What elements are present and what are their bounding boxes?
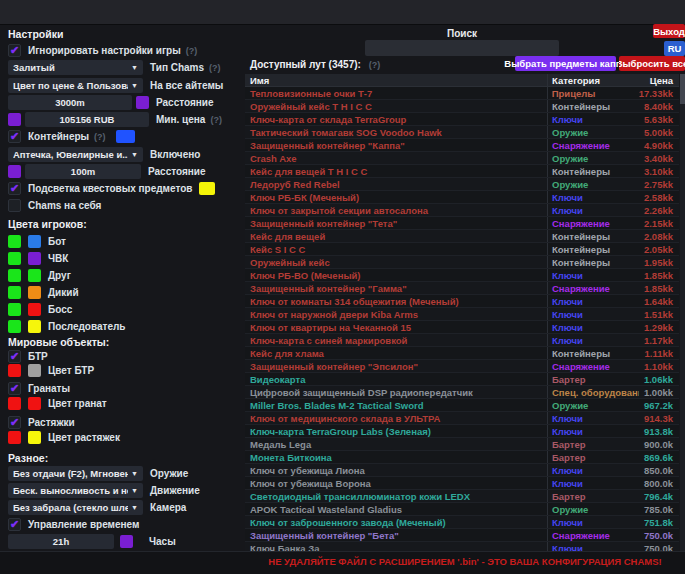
table-row[interactable]: Ключ-карта с синей маркировкойКлючи1.17k… xyxy=(245,334,679,347)
color-swatch[interactable] xyxy=(8,286,21,299)
color-swatch[interactable] xyxy=(199,182,215,195)
select-kappa-items-button[interactable]: Выбрать предметы каппа xyxy=(515,56,616,71)
color-swatch[interactable] xyxy=(28,303,41,316)
color-swatch[interactable] xyxy=(8,252,21,265)
checkbox-containers[interactable]: ✔ Контейнеры (?) xyxy=(8,130,242,143)
table-row[interactable]: Медаль LegaБартер900.0k xyxy=(245,438,679,451)
table-row[interactable]: Защищенный контейнер "Эпсилон"Снаряжение… xyxy=(245,360,679,373)
table-row[interactable]: Тепловизионные очки Т-7Прицелы17.33kk xyxy=(245,87,679,100)
check-icon: ✔ xyxy=(10,131,19,142)
column-header-category[interactable]: Категория xyxy=(547,74,639,86)
checkbox-quest-highlight[interactable]: ✔ Подсветка квестовых предметов xyxy=(8,182,242,195)
table-row[interactable]: Ключ от заброшенного завода (Меченый)Клю… xyxy=(245,516,679,529)
item-price-cell: 3.40kk xyxy=(639,153,679,164)
table-row[interactable]: Ключ от медицинского склада в УЛЬТРАКлюч… xyxy=(245,412,679,425)
color-swatch[interactable] xyxy=(8,165,21,178)
color-swatch[interactable] xyxy=(136,96,149,109)
table-row[interactable]: Цифровой защищенный DSP радиопередатчикС… xyxy=(245,386,679,399)
color-swatch[interactable] xyxy=(8,269,21,282)
movement-dropdown[interactable]: Беск. выносливость и нет уста ▼ xyxy=(8,483,143,498)
column-header-name[interactable]: Имя xyxy=(245,75,547,86)
color-swatch[interactable] xyxy=(120,535,133,548)
table-row[interactable]: Защищенный контейнер "Тета"Снаряжение2.1… xyxy=(245,217,679,230)
color-swatch[interactable] xyxy=(28,397,41,410)
item-price-cell: 4.90kk xyxy=(639,140,679,151)
table-row[interactable]: Защищенный контейнер "Гамма"Снаряжение1.… xyxy=(245,282,679,295)
column-header-price[interactable]: Цена xyxy=(639,75,679,86)
search-input[interactable] xyxy=(365,40,559,56)
checkbox[interactable]: ✔ xyxy=(8,382,21,395)
color-swatch[interactable] xyxy=(28,252,41,265)
checkbox-tripwires[interactable]: ✔ Растяжки xyxy=(8,416,242,429)
table-row[interactable]: Ключ от наружной двери Kiba ArmsКлючи1.5… xyxy=(245,308,679,321)
table-row[interactable]: Кейс для вещейКонтейнеры2.08kk xyxy=(245,230,679,243)
scrollbar-thumb[interactable] xyxy=(680,74,685,104)
table-row[interactable]: Ключ-карта TerraGroup Labs (Зеленая)Ключ… xyxy=(245,425,679,438)
color-swatch[interactable] xyxy=(8,320,21,333)
table-row[interactable]: Ключ-карта от склада TerraGroupКлючи5.63… xyxy=(245,113,679,126)
chams-type-dropdown[interactable]: Залитый ▼ xyxy=(8,60,143,75)
item-price-cell: 2.08kk xyxy=(639,231,679,242)
table-row[interactable]: Ключ РБ-ВО (Меченый)Ключи1.85kk xyxy=(245,269,679,282)
color-swatch[interactable] xyxy=(28,269,41,282)
hours-input[interactable]: 21h xyxy=(8,534,114,549)
checkbox-ignore-game-settings[interactable]: ✔ Игнорировать настройки игры (?) xyxy=(8,44,242,57)
color-swatch[interactable] xyxy=(8,303,21,316)
table-row[interactable]: Светодиодный трансиллюминатор кожи LEDXБ… xyxy=(245,490,679,503)
color-swatch[interactable] xyxy=(8,235,21,248)
checkbox[interactable]: ✔ xyxy=(8,182,21,195)
table-row[interactable]: Тактический томагавк SOG Voodoo HawkОруж… xyxy=(245,126,679,139)
checkbox-btr[interactable]: ✔ БТР xyxy=(8,350,242,363)
table-row[interactable]: Ключ от убежища ВоронаКлючи800.0k xyxy=(245,477,679,490)
checkbox-time-control[interactable]: ✔ Управление временем xyxy=(8,518,242,531)
camera-dropdown[interactable]: Без забрала (стекло шлема) ▼ xyxy=(8,500,143,515)
color-swatch[interactable] xyxy=(28,286,41,299)
table-row[interactable]: Оружейный кейс T H I C CКонтейнеры8.40kk xyxy=(245,100,679,113)
table-row[interactable]: Кейс S I C CКонтейнеры2.05kk xyxy=(245,243,679,256)
min-price-input[interactable]: 105156 RUB xyxy=(25,112,149,127)
color-swatch[interactable] xyxy=(8,397,21,410)
color-swatch[interactable] xyxy=(28,320,41,333)
table-row[interactable]: Ключ от убежища ЛионаКлючи850.0k xyxy=(245,464,679,477)
color-swatch[interactable] xyxy=(8,113,21,126)
checkbox[interactable] xyxy=(8,199,21,212)
table-row[interactable]: Crash AxeОружие3.40kk xyxy=(245,152,679,165)
color-swatch[interactable] xyxy=(28,364,41,377)
language-button[interactable]: RU xyxy=(664,41,685,56)
color-swatch[interactable] xyxy=(8,431,21,444)
table-row[interactable]: Кейс для вещей T H I C CКонтейнеры3.10kk xyxy=(245,165,679,178)
table-row[interactable]: APOK Tactical Wasteland GladiusОружие785… xyxy=(245,503,679,516)
weapon-dropdown[interactable]: Без отдачи (F2), Мгновенное п ▼ xyxy=(8,466,143,481)
table-row[interactable]: Miller Bros. Blades M-2 Tactical SwordОр… xyxy=(245,399,679,412)
table-row[interactable]: Ключ от квартиры на Чеканной 15Ключи1.29… xyxy=(245,321,679,334)
checkbox[interactable]: ✔ xyxy=(8,44,21,57)
table-row[interactable]: Ключ Банка ЗаКлючи750.0k xyxy=(245,542,679,551)
table-row[interactable]: Оружейный кейсКонтейнеры1.95kk xyxy=(245,256,679,269)
checkbox[interactable]: ✔ xyxy=(8,350,21,363)
color-swatch[interactable] xyxy=(116,130,135,143)
table-row[interactable]: Ключ от закрытой секции автосалонаКлючи2… xyxy=(245,204,679,217)
checkbox-chams-self[interactable]: Chams на себя xyxy=(8,199,242,212)
color-swatch[interactable] xyxy=(8,364,21,377)
table-row[interactable]: ВидеокартаБартер1.06kk xyxy=(245,373,679,386)
checkbox-grenades[interactable]: ✔ Гранаты xyxy=(8,382,242,395)
containers-filter-dropdown[interactable]: Аптечка, Ювелирные и... ▼ xyxy=(8,147,143,162)
table-row[interactable]: Защищенный контейнер "Бета"Снаряжение750… xyxy=(245,529,679,542)
table-row[interactable]: Монета БиткоинаБартер869.6k xyxy=(245,451,679,464)
drop-all-button[interactable]: Выбросить все xyxy=(619,56,685,71)
checkbox[interactable]: ✔ xyxy=(8,518,21,531)
color-swatch[interactable] xyxy=(28,235,41,248)
checkbox[interactable]: ✔ xyxy=(8,130,21,143)
table-row[interactable]: Ключ от комнаты 314 общежития (Меченый)К… xyxy=(245,295,679,308)
table-row[interactable]: Ключ РБ-БК (Меченый)Ключи2.58kk xyxy=(245,191,679,204)
color-swatch[interactable] xyxy=(28,431,41,444)
table-row[interactable]: Ледоруб Red RebelОружие2.75kk xyxy=(245,178,679,191)
all-items-dropdown[interactable]: Цвет по цене & Пользователи ▼ xyxy=(8,78,143,93)
distance-input[interactable]: 3000m xyxy=(8,95,132,110)
checkbox[interactable]: ✔ xyxy=(8,416,21,429)
exit-button[interactable]: Выход xyxy=(653,24,685,38)
table-row[interactable]: Защищенный контейнер "Каппа"Снаряжение4.… xyxy=(245,139,679,152)
table-row[interactable]: Кейс для хламаКонтейнеры1.11kk xyxy=(245,347,679,360)
scrollbar[interactable] xyxy=(680,74,685,551)
containers-distance-input[interactable]: 100m xyxy=(25,164,141,179)
